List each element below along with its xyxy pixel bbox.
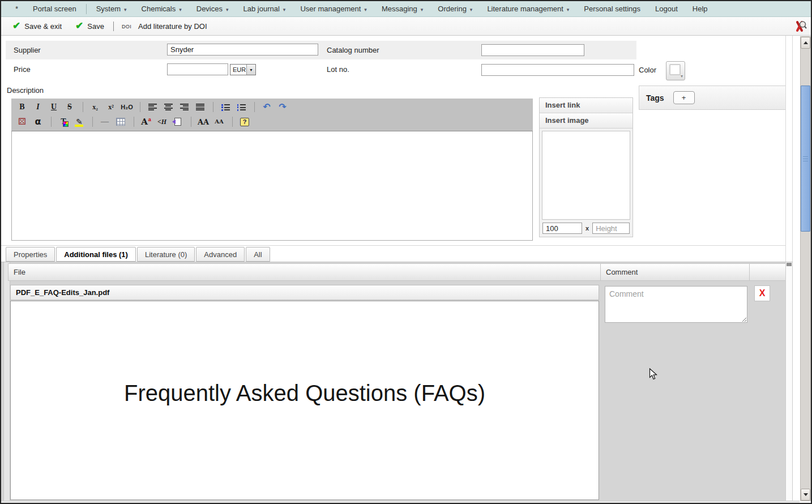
menu-help[interactable]: Help	[685, 1, 715, 17]
triangle-up-icon	[804, 41, 808, 44]
numbered-list-icon[interactable]	[234, 100, 249, 114]
underline-icon[interactable]: U	[46, 100, 61, 114]
image-height-input[interactable]	[592, 223, 630, 234]
panel-scrollbar-thumb[interactable]	[787, 263, 792, 266]
menu-personal-settings[interactable]: Personal settings	[576, 1, 648, 17]
strikethrough-icon[interactable]: S	[62, 100, 77, 114]
pdf-preview-title: Frequently Asked Questions (FAQs)	[11, 301, 599, 406]
catalog-number-input[interactable]	[481, 44, 584, 56]
horizontal-rule-icon[interactable]: —	[97, 115, 112, 129]
file-comment-input[interactable]	[605, 286, 747, 323]
paste-page-icon[interactable]	[170, 115, 185, 129]
price-input[interactable]	[167, 63, 228, 75]
delete-file-button[interactable]: X	[754, 285, 770, 301]
image-drop-area[interactable]	[542, 131, 630, 220]
chevron-down-icon: ▾	[567, 7, 570, 12]
align-center-icon[interactable]	[161, 100, 176, 114]
menu-lab-journal[interactable]: Lab journal▾	[236, 1, 293, 17]
redo-icon[interactable]: ↷	[275, 100, 290, 114]
app-window: *Portal screenSystem▾Chemicals▾Devices▾L…	[0, 0, 812, 504]
help-icon[interactable]: ?	[237, 115, 252, 129]
save-exit-label: Save & exit	[24, 22, 62, 31]
color-picker-button[interactable]: ▾	[666, 61, 685, 80]
tags-panel: Tags +	[639, 86, 787, 110]
menu-user-management[interactable]: User management▾	[293, 1, 374, 17]
chevron-down-icon: ▾	[179, 7, 182, 12]
menu-home-asterisk[interactable]: *	[8, 1, 25, 17]
pdf-preview: Frequently Asked Questions (FAQs)	[10, 301, 599, 500]
panel-scrollbar[interactable]	[785, 262, 793, 501]
menu-logout[interactable]: Logout	[648, 1, 685, 17]
html-source-icon[interactable]: <H	[155, 115, 169, 129]
insert-link-header[interactable]: Insert link	[540, 98, 632, 113]
toolbar-separator	[51, 117, 52, 127]
undo-icon[interactable]: ↶	[259, 100, 274, 114]
actions-column-header	[749, 263, 786, 281]
tab-advanced[interactable]: Advanced	[196, 247, 245, 262]
tab-properties[interactable]: Properties	[6, 247, 55, 262]
main-scrollbar-thumb[interactable]	[801, 86, 810, 232]
bold-icon[interactable]: B	[15, 100, 29, 114]
save-button[interactable]: ✔ Save	[75, 22, 104, 31]
special-characters-dice-icon[interactable]: ⚄	[15, 115, 29, 129]
tab-literature[interactable]: Literature (0)	[137, 247, 195, 262]
additional-files-section: File Comment PDF_E_FAQ-Edits_Jan.pdf Fre…	[1, 262, 793, 501]
font-larger-icon[interactable]: AA	[196, 115, 211, 129]
structure-search-icon[interactable]	[794, 20, 807, 32]
highlight-icon[interactable]: ✎	[72, 115, 87, 129]
menu-chemicals[interactable]: Chemicals▾	[134, 1, 189, 17]
image-width-input[interactable]	[542, 223, 582, 234]
save-exit-button[interactable]: ✔ Save & exit	[12, 22, 62, 31]
font-color-icon[interactable]: T	[56, 115, 71, 129]
chem-formula-icon[interactable]: H₂O	[119, 100, 134, 114]
add-tag-button[interactable]: +	[673, 91, 695, 104]
splitter-strip[interactable]	[3, 262, 10, 501]
form-row-price: Price EUR ▼ Lot no.	[6, 59, 636, 80]
bullet-list-icon[interactable]	[218, 100, 233, 114]
supplier-input[interactable]	[167, 44, 318, 55]
image-dimensions-row: x	[540, 220, 632, 237]
superscript-icon[interactable]: x²	[104, 100, 118, 114]
greek-letters-icon[interactable]: α	[31, 115, 45, 129]
add-literature-label: Add literature by DOI	[138, 22, 207, 31]
menu-separator	[86, 4, 87, 14]
chevron-down-icon: ▾	[226, 7, 229, 12]
font-size-icon[interactable]: Aa	[139, 115, 153, 129]
panel-scroll-track	[785, 36, 793, 262]
insert-panel: Insert link Insert image x	[539, 97, 633, 237]
file-column-header: File	[8, 263, 601, 281]
toolbar-separator	[113, 22, 114, 31]
italic-icon[interactable]: I	[31, 100, 45, 114]
align-right-icon[interactable]	[177, 100, 191, 114]
menu-system[interactable]: System▾	[89, 1, 134, 17]
subscript-icon[interactable]: x₂	[88, 100, 102, 114]
lot-number-input[interactable]	[481, 64, 634, 76]
currency-select[interactable]: EUR ▼	[230, 64, 256, 75]
menubar: *Portal screenSystem▾Chemicals▾Devices▾L…	[1, 1, 811, 17]
tab-additional-files[interactable]: Additional files (1)	[56, 247, 136, 262]
file-name-bar[interactable]: PDF_E_FAQ-Edits_Jan.pdf	[10, 285, 599, 300]
menu-portal-screen[interactable]: Portal screen	[25, 1, 84, 17]
lot-number-label: Lot no.	[327, 59, 349, 80]
price-label: Price	[14, 59, 31, 80]
description-editor-area[interactable]	[11, 131, 533, 241]
form-row-supplier: Supplier Catalog number	[6, 41, 636, 59]
font-smaller-icon[interactable]: AA	[212, 115, 226, 129]
align-justify-icon[interactable]	[193, 100, 207, 114]
select-arrow-icon: ▼	[246, 65, 255, 75]
menu-ordering[interactable]: Ordering▾	[430, 1, 480, 17]
tab-all[interactable]: All	[246, 247, 270, 262]
toolbar-separator	[254, 102, 255, 112]
scroll-up-button[interactable]	[801, 37, 810, 49]
menu-devices[interactable]: Devices▾	[189, 1, 236, 17]
align-left-icon[interactable]	[145, 100, 160, 114]
menu-literature-management[interactable]: Literature management▾	[480, 1, 576, 17]
scroll-down-button[interactable]	[801, 489, 810, 501]
insert-table-icon[interactable]	[113, 115, 128, 129]
chevron-down-icon: ▾	[364, 7, 367, 12]
insert-image-header[interactable]: Insert image	[540, 113, 632, 129]
menu-messaging[interactable]: Messaging▾	[374, 1, 430, 17]
editor-toolbar: BIUSx₂x²H₂O↶↷⚄αT✎—Aa<HAAAA?	[11, 99, 533, 131]
add-literature-doi-button[interactable]: DOI Add literature by DOI	[122, 22, 207, 31]
main-scrollbar[interactable]	[800, 36, 811, 501]
